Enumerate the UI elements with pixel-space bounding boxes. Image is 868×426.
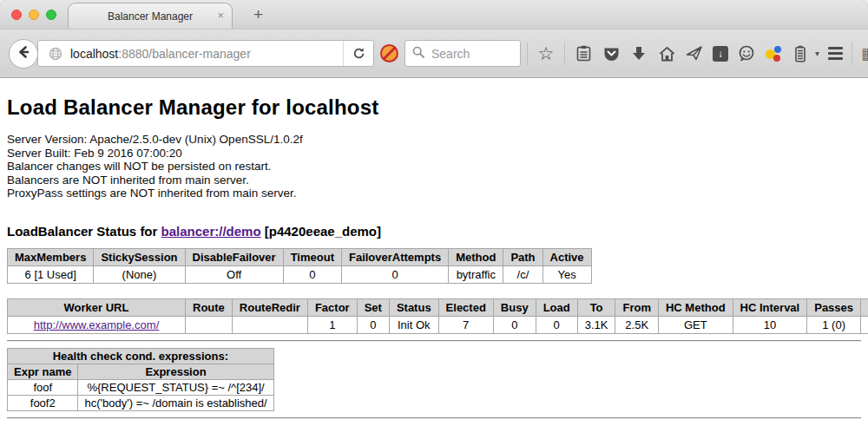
column-header: Route xyxy=(186,298,233,316)
table-cell: 3.1K xyxy=(577,316,615,333)
send-page-icon[interactable] xyxy=(685,44,704,63)
toolbar-divider xyxy=(564,43,565,65)
url-text: localhost:8880/balancer-manager xyxy=(70,47,251,61)
url-host: localhost xyxy=(70,47,118,61)
expression-cell: %{REQUEST_STATUS} =~ /^[234]/ xyxy=(78,379,273,395)
reading-list-icon[interactable] xyxy=(574,44,593,63)
column-header: Passes xyxy=(807,298,861,316)
table-cell: Init Ok xyxy=(389,316,438,333)
toolbar-icons: ☆ ↓ xyxy=(527,43,868,65)
home-icon[interactable] xyxy=(657,44,676,63)
column-header: Busy xyxy=(493,298,536,316)
table-header-row: MaxMembers StickySession DisableFailover… xyxy=(8,248,592,265)
expression-cell: hc('body') =~ /domain is established/ xyxy=(78,395,273,410)
column-header: RouteRedir xyxy=(232,298,307,316)
table-cell: GET xyxy=(658,316,733,333)
worker-status-table: Worker URL Route RouteRedir Factor Set S… xyxy=(7,298,868,334)
table-cell: 2.5K xyxy=(615,316,659,333)
table-row: 6 [1 Used] (None) Off 0 0 bytraffic /c/ … xyxy=(8,265,592,283)
server-info: Server Version: Apache/2.5.0-dev (Unix) … xyxy=(7,133,861,200)
column-header: Factor xyxy=(307,298,357,316)
search-icon xyxy=(412,46,424,62)
back-arrow-icon xyxy=(16,44,31,63)
reload-button[interactable] xyxy=(344,40,373,67)
extension-dots-icon[interactable] xyxy=(765,45,782,62)
minimize-window-button[interactable] xyxy=(29,10,39,20)
table-cell: 1 xyxy=(307,316,357,333)
page-content: Load Balancer Manager for localhost Serv… xyxy=(0,78,868,426)
chat-smiley-icon[interactable] xyxy=(737,44,756,63)
battery-status-icon[interactable] xyxy=(791,44,810,63)
chevron-down-icon[interactable]: ▾ xyxy=(815,49,819,58)
close-tab-icon[interactable]: × xyxy=(217,10,224,21)
content-blocked-icon[interactable] xyxy=(380,44,398,62)
column-header: HC Method xyxy=(658,298,733,316)
globe-icon xyxy=(49,47,62,61)
table-cell: /c/ xyxy=(503,265,542,283)
search-bar[interactable] xyxy=(404,40,521,67)
table-cell: 0 xyxy=(283,265,341,283)
tab-groups-icon[interactable]: ▦ xyxy=(861,44,868,63)
table-cell: 0 xyxy=(493,316,536,333)
table-header-row: Expr name Expression xyxy=(8,364,274,379)
server-built-line: Server Built: Feb 9 2016 07:00:20 xyxy=(7,147,861,161)
column-header: Active xyxy=(542,248,591,265)
server-version-line: Server Version: Apache/2.5.0-dev (Unix) … xyxy=(7,133,861,147)
expr-name-cell: foof2 xyxy=(8,395,78,410)
balancer-demo-link[interactable]: balancer://demo xyxy=(161,224,261,239)
pocket-icon[interactable] xyxy=(602,44,621,63)
bookmark-star-icon[interactable]: ☆ xyxy=(536,44,556,63)
table-title-row: Health check cond. expressions: xyxy=(8,348,274,364)
search-input[interactable] xyxy=(430,46,513,62)
column-header: Status xyxy=(389,298,438,316)
page-title: Load Balancer Manager for localhost xyxy=(7,95,861,120)
table-header-row: Worker URL Route RouteRedir Factor Set S… xyxy=(8,298,868,316)
column-header: From xyxy=(615,298,659,316)
table-cell: Yes xyxy=(542,265,591,283)
table-cell: 10 xyxy=(733,316,807,333)
divider xyxy=(7,417,861,419)
table-cell: 1 (0) xyxy=(807,316,861,333)
column-header: MaxMembers xyxy=(8,248,94,265)
worker-url-link[interactable]: http://www.example.com/ xyxy=(34,318,160,331)
table-cell: bytraffic xyxy=(449,265,503,283)
new-tab-button[interactable]: + xyxy=(247,3,270,29)
zoom-window-button[interactable] xyxy=(46,10,56,20)
browser-window: Balancer Manager × + localhost:8880/bala… xyxy=(0,0,868,426)
health-check-table: Health check cond. expressions: Expr nam… xyxy=(7,348,274,411)
table-cell: 0 xyxy=(357,316,389,333)
expr-name-cell: foof xyxy=(8,379,78,395)
tab-bar: Balancer Manager × + xyxy=(0,0,868,29)
reload-icon xyxy=(352,47,365,60)
notice-line: Balancers are NOT inherited from main se… xyxy=(7,174,861,187)
column-header: Set xyxy=(357,298,389,316)
menu-icon[interactable] xyxy=(828,47,843,60)
video-download-icon[interactable]: ↓ xyxy=(713,46,728,62)
column-header: Expression xyxy=(78,364,273,379)
tab-title: Balancer Manager xyxy=(108,10,193,23)
column-header: Expr name xyxy=(8,364,78,379)
loadbalancer-status-heading: LoadBalancer Status for balancer://demo … xyxy=(7,224,861,239)
table-cell: 7 xyxy=(438,316,493,333)
back-button[interactable] xyxy=(9,39,38,69)
close-window-button[interactable] xyxy=(11,10,22,20)
column-header: Timeout xyxy=(283,248,341,265)
window-controls xyxy=(11,10,56,20)
url-bar[interactable]: localhost:8880/balancer-manager xyxy=(37,40,374,67)
table-row: http://www.example.com/ 1 0 Init Ok 7 0 … xyxy=(8,316,868,333)
url-path: :8880/balancer-manager xyxy=(118,47,251,61)
notice-line: ProxyPass settings are NOT inherited fro… xyxy=(7,187,861,200)
table-cell: 0 xyxy=(341,265,448,283)
table-cell: 6 [1 Used] xyxy=(8,265,94,283)
tab-balancer-manager[interactable]: Balancer Manager × xyxy=(68,3,233,29)
table-cell xyxy=(232,316,307,333)
column-header: FailoverAttempts xyxy=(341,248,448,265)
column-header: Worker URL xyxy=(8,298,186,316)
health-table-title: Health check cond. expressions: xyxy=(8,348,274,364)
table-cell: Off xyxy=(185,265,283,283)
table-cell xyxy=(186,316,233,333)
column-header: To xyxy=(577,298,615,316)
column-header: Load xyxy=(536,298,577,316)
downloads-icon[interactable] xyxy=(629,44,648,63)
column-header: StickySession xyxy=(94,248,185,265)
